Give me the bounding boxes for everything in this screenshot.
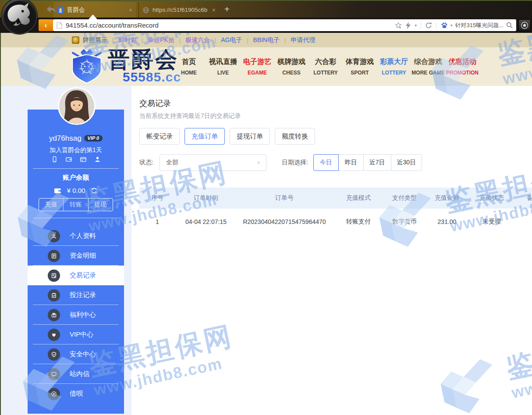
heart-icon xyxy=(48,329,60,341)
date-30days-button[interactable]: 近30日 xyxy=(391,154,422,171)
tab-secondary[interactable]: https://c51f61905c6b × xyxy=(138,2,219,18)
lightning-icon[interactable] xyxy=(406,22,411,29)
sidebar-item-profile[interactable]: 个人资料 xyxy=(28,226,124,246)
cell-pay-type: 数字货币 xyxy=(385,209,424,235)
date-yesterday-button[interactable]: 昨日 xyxy=(338,154,364,171)
main-nav: 首页HOME 视讯直播LIVE 电子游艺 EGAME 棋牌游戏CHESS 六合彩… xyxy=(172,47,479,86)
refresh-icon[interactable] xyxy=(425,22,432,29)
balance-actions: 充值 转账 提现 xyxy=(39,198,113,211)
tab-title: 晋爵会 xyxy=(67,6,126,14)
chevron-down-icon[interactable]: ▾ xyxy=(415,23,417,28)
tab-deposit-orders[interactable]: 充值订单 xyxy=(184,128,225,145)
divider xyxy=(33,168,119,169)
sidebar-item-vip[interactable]: VIP中心 xyxy=(28,325,124,344)
cell-seq: 1 xyxy=(139,209,175,235)
new-tab-button[interactable]: + xyxy=(224,4,230,15)
nav-lottery6[interactable]: 六合彩 LOTTERY xyxy=(309,47,343,86)
link-ag[interactable]: AG电子 xyxy=(221,36,242,44)
sidebar-item-funds[interactable]: 资金明细 xyxy=(28,246,124,266)
sidebar-item-bets[interactable]: 投注记录 xyxy=(28,285,124,305)
phone-icon[interactable] xyxy=(51,156,58,163)
status-select[interactable]: 全部 ∨ xyxy=(160,154,266,171)
sidebar-item-welfare[interactable]: 福利中心 xyxy=(28,305,124,325)
close-icon[interactable]: × xyxy=(212,7,216,14)
person-icon[interactable] xyxy=(94,156,101,163)
nav-promotion[interactable]: 优惠活动 PROMOTION xyxy=(445,47,479,86)
cell-mode: 转账支付 xyxy=(332,209,385,235)
transfer-button[interactable]: 转账 xyxy=(63,199,88,211)
license-icon xyxy=(72,36,79,44)
person-icon xyxy=(48,230,60,242)
join-days-text: 加入晋爵会的第1天 xyxy=(28,146,124,154)
table-row: 1 04-04 22:07:15 R2023040422071547596447… xyxy=(139,209,532,235)
nav-live[interactable]: 视讯直播LIVE xyxy=(206,47,240,86)
page-icon xyxy=(57,22,62,29)
sidebar-item-transactions[interactable]: 交易记录 xyxy=(28,266,124,285)
search-icon[interactable] xyxy=(506,22,513,28)
cell-order-no: R20230404220715475964470 xyxy=(237,209,332,235)
separator: | xyxy=(284,37,286,43)
tab-withdraw-orders[interactable]: 提现订单 xyxy=(230,128,270,145)
balance-amount: ¥ 0.00 xyxy=(67,187,85,194)
baidu-icon xyxy=(441,22,448,29)
url-text: 941554.cc/account/transRecord xyxy=(66,21,159,29)
sidebar-item-messages[interactable]: 站内信 xyxy=(28,364,124,384)
wallet-icon[interactable] xyxy=(65,156,72,163)
lion-shield-icon xyxy=(66,48,108,85)
deposit-button[interactable]: 充值 xyxy=(39,199,63,211)
quick-icons xyxy=(28,156,124,163)
chevron-down-icon: ∨ xyxy=(257,160,261,165)
date-7days-button[interactable]: 近7日 xyxy=(363,154,391,171)
leopard-browser-icon[interactable] xyxy=(0,0,38,35)
close-icon[interactable]: × xyxy=(129,7,132,14)
tab-quota-transfer[interactable]: 额度转换 xyxy=(275,128,315,145)
date-today-button[interactable]: 今日 xyxy=(313,154,339,171)
nav-egame[interactable]: 电子游艺 EGAME xyxy=(240,47,274,86)
link-liuhe[interactable]: 极速六合 xyxy=(185,36,210,44)
site-logo[interactable]: 晋爵会 55585.cc xyxy=(66,48,181,85)
record-tabs: 帐变记录 充值订单 提现订单 额度转换 xyxy=(139,128,315,145)
url-field[interactable]: 941554.cc/account/transRecord ▾ ▾ xyxy=(53,19,516,31)
favorites-button[interactable] xyxy=(518,19,531,31)
tab-title: https://c51f61905c6b xyxy=(153,7,209,13)
divider xyxy=(421,22,421,29)
withdraw-button[interactable]: 提现 xyxy=(88,199,113,211)
active-tab-pointer xyxy=(89,14,97,19)
sidebar-item-security[interactable]: 安全中心 xyxy=(28,344,124,364)
link-pk10[interactable]: 幸运PK拾 xyxy=(148,36,174,44)
nav-home[interactable]: 首页HOME xyxy=(172,47,206,86)
site-name: 晋爵会 xyxy=(108,49,181,71)
tab-account-changes[interactable]: 帐变记录 xyxy=(139,128,180,145)
sidebar-item-loan[interactable]: 借呗 xyxy=(28,384,124,404)
link-agent[interactable]: 申请代理 xyxy=(291,36,315,44)
cell-remark xyxy=(514,209,532,235)
bank-card-icon[interactable] xyxy=(80,156,87,163)
search-input[interactable]: 针对315曝光问题... xyxy=(455,21,504,29)
nav-more-game[interactable]: 综合游戏MORE GAME xyxy=(411,47,445,86)
filter-row: 状态: 全部 ∨ 日期选择: 今日 昨日 近7日 近30日 xyxy=(139,154,422,171)
nav-chess[interactable]: 棋牌游戏CHESS xyxy=(274,47,309,86)
document-pen-icon xyxy=(48,270,60,282)
main-panel: 交易记录 当前系统支持查询最近7日的交易记录 帐变记录 充值订单 提现订单 额度… xyxy=(131,86,532,415)
separator: | xyxy=(142,37,143,43)
clipboard-check-icon xyxy=(48,289,60,301)
shield-check-icon xyxy=(48,348,60,361)
divider xyxy=(33,218,119,218)
bookmark-star-icon[interactable] xyxy=(395,22,402,29)
site-header: 晋爵会 55585.cc 首页HOME 视讯直播LIVE 电子游艺 EGAME … xyxy=(0,47,532,86)
chevron-down-icon[interactable]: ▾ xyxy=(450,23,453,28)
nav-lottery-hall[interactable]: 彩票大厅 LOTTERY xyxy=(377,47,411,86)
nav-sport[interactable]: 体育游戏SPORT xyxy=(343,47,377,86)
separator: | xyxy=(179,37,181,43)
wallet-icon xyxy=(54,187,61,194)
cell-time: 04-04 22:07:15 xyxy=(175,209,237,235)
site-favicon-icon xyxy=(57,7,64,14)
refresh-balance-icon[interactable] xyxy=(91,187,98,194)
coin-icon xyxy=(48,388,60,400)
link-bbin[interactable]: BBIN电子 xyxy=(253,36,280,44)
link-license[interactable]: 牌照展示 xyxy=(83,36,107,44)
avatar xyxy=(58,87,96,125)
link-ssc[interactable]: 时时彩 xyxy=(118,36,137,44)
page-back-button[interactable]: ‹ xyxy=(39,19,53,31)
omnibar-search[interactable]: ▾ 针对315曝光问题... xyxy=(436,21,513,29)
